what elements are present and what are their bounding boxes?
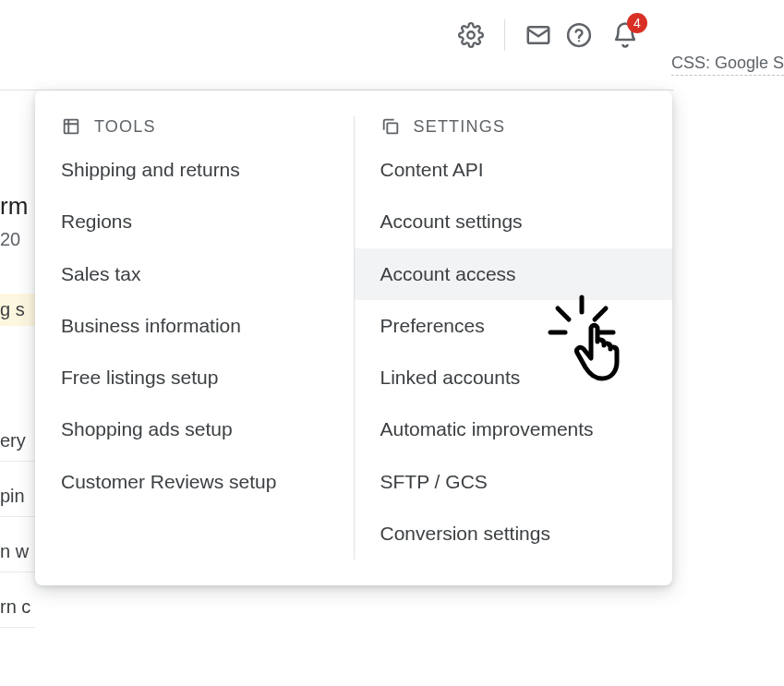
menu-item-sftp-gcs[interactable]: SFTP / GCS xyxy=(355,456,673,508)
menu-item-account-settings[interactable]: Account settings xyxy=(355,196,673,247)
menu-item-conversion-settings[interactable]: Conversion settings xyxy=(355,508,673,560)
menu-item-business-information[interactable]: Business information xyxy=(35,300,354,352)
help-button[interactable] xyxy=(559,15,599,55)
notifications-button[interactable]: 4 xyxy=(605,15,645,55)
bg-row-fragment: rn c xyxy=(0,587,35,628)
settings-stack-icon xyxy=(380,116,401,137)
settings-gear-button[interactable] xyxy=(451,15,491,55)
bg-row-fragment: n w xyxy=(0,532,35,572)
menu-item-free-listings-setup[interactable]: Free listings setup xyxy=(35,352,354,403)
menu-item-shopping-ads-setup[interactable]: Shopping ads setup xyxy=(35,403,354,455)
svg-rect-4 xyxy=(65,120,78,134)
svg-point-2 xyxy=(568,24,590,46)
menu-item-sales-tax[interactable]: Sales tax xyxy=(35,248,354,300)
tools-header: TOOLS xyxy=(35,116,354,144)
toolbar-separator xyxy=(504,19,505,51)
menu-item-account-access[interactable]: Account access xyxy=(355,248,673,300)
menu-item-preferences[interactable]: Preferences xyxy=(355,300,673,352)
settings-dropdown-panel: TOOLS Shipping and returns Regions Sales… xyxy=(35,90,672,585)
bg-heading-fragment: rm xyxy=(0,192,28,221)
top-toolbar: 4 xyxy=(0,7,784,63)
menu-item-customer-reviews-setup[interactable]: Customer Reviews setup xyxy=(35,456,354,508)
bg-sub-fragment: 20 xyxy=(0,229,20,250)
css-account-link[interactable]: CSS: Google S xyxy=(671,54,784,76)
settings-header-label: SETTINGS xyxy=(414,117,506,137)
svg-rect-5 xyxy=(387,123,397,133)
mail-button[interactable] xyxy=(518,15,559,55)
menu-item-linked-accounts[interactable]: Linked accounts xyxy=(355,352,673,403)
gear-icon xyxy=(458,22,484,48)
menu-item-automatic-improvements[interactable]: Automatic improvements xyxy=(355,403,673,455)
menu-item-content-api[interactable]: Content API xyxy=(355,144,673,196)
svg-point-0 xyxy=(467,31,474,38)
tools-header-label: TOOLS xyxy=(94,117,156,137)
tools-icon xyxy=(61,116,81,137)
settings-column: SETTINGS Content API Account settings Ac… xyxy=(354,116,673,560)
mail-icon xyxy=(525,21,552,49)
settings-header: SETTINGS xyxy=(355,116,673,144)
bg-row-fragment: ery xyxy=(0,421,35,462)
bg-row-fragment: pin xyxy=(0,476,35,517)
tools-column: TOOLS Shipping and returns Regions Sales… xyxy=(35,116,354,560)
menu-item-shipping-returns[interactable]: Shipping and returns xyxy=(35,144,354,196)
menu-item-regions[interactable]: Regions xyxy=(35,196,354,247)
notification-badge: 4 xyxy=(627,13,647,33)
help-icon xyxy=(565,21,593,49)
bg-banner-fragment: g s xyxy=(0,294,35,326)
svg-point-3 xyxy=(578,40,580,42)
